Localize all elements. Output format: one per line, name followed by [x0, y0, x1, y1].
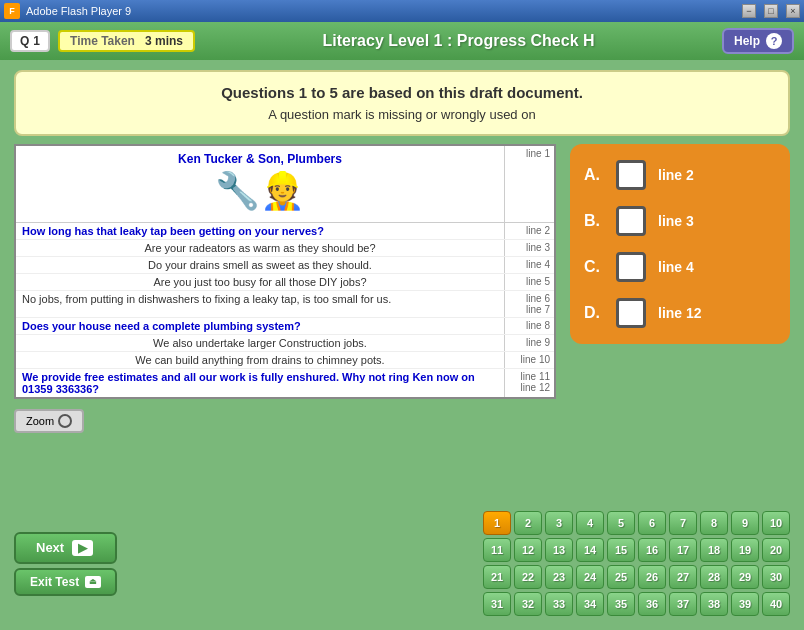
number-button-38[interactable]: 38 — [700, 592, 728, 616]
number-button-36[interactable]: 36 — [638, 592, 666, 616]
exit-icon: ⏏ — [85, 576, 101, 588]
zoom-label: Zoom — [26, 415, 54, 427]
top-header: Q 1 Time Taken 3 mins Literacy Level 1 :… — [0, 22, 804, 60]
answer-checkbox-d[interactable] — [616, 298, 646, 328]
answer-checkbox-c[interactable] — [616, 252, 646, 282]
doc-linenum-1: line 2 — [504, 223, 554, 239]
time-value: 3 mins — [145, 34, 183, 48]
time-taken-badge: Time Taken 3 mins — [58, 30, 195, 52]
plumber-illustration: 🔧👷 — [22, 166, 498, 216]
question-badge: Q 1 — [10, 30, 50, 52]
number-button-29[interactable]: 29 — [731, 565, 759, 589]
doc-text-3: Do your drains smell as sweet as they sh… — [16, 257, 504, 273]
doc-row-1: How long has that leaky tap been getting… — [16, 223, 554, 240]
maximize-button[interactable]: □ — [764, 4, 778, 18]
number-button-18[interactable]: 18 — [700, 538, 728, 562]
number-button-11[interactable]: 11 — [483, 538, 511, 562]
number-button-14[interactable]: 14 — [576, 538, 604, 562]
doc-linenum-3: line 4 — [504, 257, 554, 273]
doc-text-6: Does your house need a complete plumbing… — [16, 318, 504, 334]
number-button-30[interactable]: 30 — [762, 565, 790, 589]
instruction-main: Questions 1 to 5 are based on this draft… — [32, 84, 772, 101]
q-label: Q — [20, 34, 29, 48]
content-row: Ken Tucker & Son, Plumbers 🔧👷 line 1 How… — [14, 144, 790, 499]
answer-row-d: D. line 12 — [584, 298, 776, 328]
number-button-23[interactable]: 23 — [545, 565, 573, 589]
answer-row-c: C. line 4 — [584, 252, 776, 282]
app-icon: F — [4, 3, 20, 19]
help-icon: ? — [766, 33, 782, 49]
answer-checkbox-a[interactable] — [616, 160, 646, 190]
number-button-12[interactable]: 12 — [514, 538, 542, 562]
answer-checkbox-b[interactable] — [616, 206, 646, 236]
doc-row-8: We can build anything from drains to chi… — [16, 352, 554, 369]
number-button-16[interactable]: 16 — [638, 538, 666, 562]
number-button-4[interactable]: 4 — [576, 511, 604, 535]
doc-row-2: Are your radeators as warm as they shoul… — [16, 240, 554, 257]
zoom-button[interactable]: Zoom — [14, 409, 84, 433]
number-button-19[interactable]: 19 — [731, 538, 759, 562]
number-button-13[interactable]: 13 — [545, 538, 573, 562]
doc-text-2: Are your radeators as warm as they shoul… — [16, 240, 504, 256]
number-button-21[interactable]: 21 — [483, 565, 511, 589]
bottom-left-buttons: Next ▶ Exit Test ⏏ — [14, 532, 117, 596]
number-button-1[interactable]: 1 — [483, 511, 511, 535]
number-grid: 1234567891011121314151617181920212223242… — [483, 511, 790, 616]
doc-text-5: No jobs, from putting in dishwashers to … — [16, 291, 504, 317]
doc-row-6: Does your house need a complete plumbing… — [16, 318, 554, 335]
answer-letter-d: D. — [584, 304, 604, 322]
exit-button[interactable]: Exit Test ⏏ — [14, 568, 117, 596]
number-button-25[interactable]: 25 — [607, 565, 635, 589]
number-button-37[interactable]: 37 — [669, 592, 697, 616]
number-button-22[interactable]: 22 — [514, 565, 542, 589]
line-header: line 1 — [526, 148, 550, 159]
help-button[interactable]: Help ? — [722, 28, 794, 54]
next-arrow-icon: ▶ — [72, 540, 93, 556]
answer-text-b: line 3 — [658, 213, 694, 229]
doc-row-7: We also undertake larger Construction jo… — [16, 335, 554, 352]
number-button-24[interactable]: 24 — [576, 565, 604, 589]
app-icon-letter: F — [9, 6, 15, 16]
page-title: Literacy Level 1 : Progress Check H — [203, 32, 714, 50]
instruction-box: Questions 1 to 5 are based on this draft… — [14, 70, 790, 136]
answer-letter-b: B. — [584, 212, 604, 230]
instruction-sub: A question mark is missing or wrongly us… — [32, 107, 772, 122]
answer-row-b: B. line 3 — [584, 206, 776, 236]
number-button-9[interactable]: 9 — [731, 511, 759, 535]
number-button-6[interactable]: 6 — [638, 511, 666, 535]
doc-linenum-9: line 11line 12 — [504, 369, 554, 397]
number-button-2[interactable]: 2 — [514, 511, 542, 535]
number-button-40[interactable]: 40 — [762, 592, 790, 616]
number-button-32[interactable]: 32 — [514, 592, 542, 616]
number-button-20[interactable]: 20 — [762, 538, 790, 562]
number-button-39[interactable]: 39 — [731, 592, 759, 616]
close-button[interactable]: × — [786, 4, 800, 18]
number-button-28[interactable]: 28 — [700, 565, 728, 589]
time-label: Time Taken — [70, 34, 135, 48]
number-button-10[interactable]: 10 — [762, 511, 790, 535]
document-box: Ken Tucker & Son, Plumbers 🔧👷 line 1 How… — [14, 144, 556, 399]
number-button-5[interactable]: 5 — [607, 511, 635, 535]
number-button-27[interactable]: 27 — [669, 565, 697, 589]
doc-linenum-6: line 8 — [504, 318, 554, 334]
number-button-35[interactable]: 35 — [607, 592, 635, 616]
minimize-button[interactable]: − — [742, 4, 756, 18]
next-button[interactable]: Next ▶ — [14, 532, 117, 564]
number-button-31[interactable]: 31 — [483, 592, 511, 616]
number-button-7[interactable]: 7 — [669, 511, 697, 535]
number-button-33[interactable]: 33 — [545, 592, 573, 616]
number-button-34[interactable]: 34 — [576, 592, 604, 616]
doc-text-7: We also undertake larger Construction jo… — [16, 335, 504, 351]
zoom-icon — [58, 414, 72, 428]
number-button-15[interactable]: 15 — [607, 538, 635, 562]
doc-row-9: We provide free estimates and all our wo… — [16, 369, 554, 397]
number-button-8[interactable]: 8 — [700, 511, 728, 535]
title-bar: F Adobe Flash Player 9 − □ × — [0, 0, 804, 22]
answer-row-a: A. line 2 — [584, 160, 776, 190]
number-button-26[interactable]: 26 — [638, 565, 666, 589]
doc-row-5: No jobs, from putting in dishwashers to … — [16, 291, 554, 318]
number-row: 21222324252627282930 — [483, 565, 790, 589]
doc-linenum-8: line 10 — [504, 352, 554, 368]
number-button-3[interactable]: 3 — [545, 511, 573, 535]
number-button-17[interactable]: 17 — [669, 538, 697, 562]
